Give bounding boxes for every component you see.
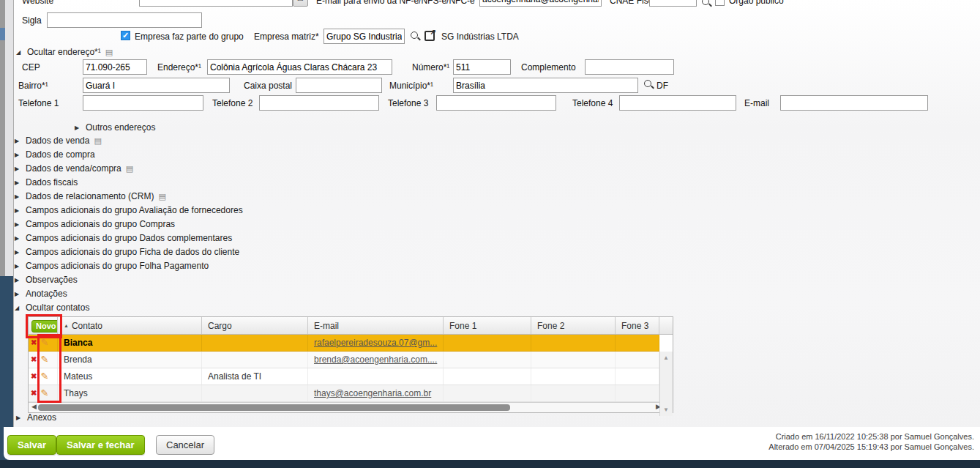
section-item-dados-venda[interactable]: ▶ Dados de venda ▤ bbox=[15, 134, 102, 147]
sigla-input[interactable] bbox=[47, 12, 202, 28]
check-icon: ✓ bbox=[122, 31, 129, 40]
telefone4-input[interactable] bbox=[619, 95, 736, 111]
complemento-input[interactable] bbox=[585, 59, 674, 75]
telefone1-input[interactable] bbox=[83, 95, 203, 111]
delete-row-icon[interactable]: ✖ bbox=[31, 352, 37, 368]
delete-row-icon[interactable]: ✖ bbox=[31, 368, 37, 385]
section-item-anotacoes[interactable]: ▶ Anotações bbox=[15, 287, 67, 300]
collapse-icon: ▶ bbox=[15, 249, 21, 256]
numero-input[interactable] bbox=[453, 59, 511, 75]
cep-input[interactable] bbox=[83, 59, 147, 75]
collapse-icon: ▶ bbox=[15, 235, 21, 242]
table-horizontal-scrollbar[interactable]: ◀ ▶ bbox=[29, 402, 673, 412]
envelope-button[interactable]: ✉ bbox=[293, 0, 308, 7]
column-label: Cargo bbox=[208, 321, 232, 331]
section-item-dados-fiscais[interactable]: ▶ Dados fiscais bbox=[15, 176, 78, 189]
search-icon[interactable] bbox=[410, 31, 420, 41]
bairro-input[interactable] bbox=[83, 78, 230, 93]
section-item-crm[interactable]: ▶ Dados de relacionamento (CRM) ▤ bbox=[15, 190, 166, 203]
section-title: Campos adicionais do grupo Avaliação de … bbox=[26, 205, 243, 215]
delete-row-icon[interactable]: ✖ bbox=[31, 385, 37, 401]
table-row[interactable]: ✖ ✎ Brenda brenda@acoengenharia.com.... bbox=[29, 352, 659, 368]
save-button[interactable]: Salvar bbox=[7, 435, 56, 455]
empresa-matriz-input[interactable] bbox=[323, 29, 405, 44]
email-link[interactable]: brenda@acoengenharia.com.... bbox=[314, 354, 437, 365]
save-close-button[interactable]: Salvar e fechar bbox=[56, 435, 145, 455]
edit-row-icon[interactable]: ✎ bbox=[40, 385, 48, 401]
telefone3-input[interactable] bbox=[436, 95, 556, 111]
cancel-button[interactable]: Cancelar bbox=[156, 435, 214, 455]
scroll-left-icon[interactable]: ◀ bbox=[31, 403, 37, 410]
section-item-dados-venda-compra[interactable]: ▶ Dados de venda/compra ▤ bbox=[15, 162, 133, 175]
section-item-folha-pagamento[interactable]: ▶ Campos adicionais do grupo Folha Pagam… bbox=[15, 259, 209, 272]
section-title: Campos adicionais do grupo Folha Pagamen… bbox=[26, 261, 209, 271]
email-link[interactable]: thays@acoengenharia.com.br bbox=[314, 388, 431, 398]
delete-row-icon[interactable]: ✖ bbox=[31, 335, 37, 351]
header-cell-actions: Novo bbox=[29, 317, 58, 334]
scroll-up-icon[interactable]: ▲ bbox=[663, 354, 669, 361]
email-input[interactable] bbox=[780, 95, 928, 111]
section-item-dados-compra[interactable]: ▶ Dados de compra bbox=[15, 148, 95, 161]
edit-row-icon[interactable]: ✎ bbox=[40, 352, 48, 368]
collapse-icon: ▶ bbox=[15, 138, 21, 144]
table-vertical-scrollbar[interactable]: ▲ ▼ bbox=[659, 352, 673, 416]
cell-contato: Thays bbox=[58, 385, 202, 401]
bairro-label: Bairro*¹ bbox=[18, 81, 48, 91]
header-cell-scroll bbox=[659, 317, 673, 334]
section-item-compras[interactable]: ▶ Campos adicionais do grupo Compras bbox=[15, 218, 175, 231]
column-header-fone1[interactable]: Fone 1 bbox=[444, 317, 531, 334]
section-item-ficha-cliente[interactable]: ▶ Campos adicionais do grupo Ficha de da… bbox=[15, 245, 239, 259]
grupo-checkbox[interactable]: ✓ bbox=[121, 31, 130, 40]
novo-button[interactable]: Novo bbox=[31, 320, 58, 333]
collapse-icon: ▶ bbox=[15, 179, 21, 186]
search-icon[interactable] bbox=[643, 79, 654, 89]
collapse-icon: ▶ bbox=[15, 263, 21, 270]
table-row[interactable]: ✖ ✎ Thays thays@acoengenharia.com.br bbox=[29, 385, 659, 402]
section-title: Dados de venda bbox=[26, 135, 89, 146]
table-row[interactable]: ✖ ✎ Mateus Analista de TI bbox=[29, 368, 659, 385]
email-link[interactable]: rafaelpereiradesouza.07@gm... bbox=[314, 338, 437, 348]
telefone2-input[interactable] bbox=[259, 95, 379, 111]
nf-email-input[interactable] bbox=[479, 0, 602, 7]
section-item-observacoes[interactable]: ▶ Observações bbox=[15, 273, 78, 286]
endereco-input[interactable] bbox=[207, 59, 392, 75]
table-row[interactable]: ✖ ✎ Bianca rafaelpereiradesouza.07@gm... bbox=[29, 335, 659, 352]
scroll-down-icon[interactable]: ▼ bbox=[663, 406, 669, 413]
edit-row-icon[interactable]: ✎ bbox=[40, 335, 48, 351]
caixa-postal-input[interactable] bbox=[296, 78, 382, 93]
cell-fone3 bbox=[616, 335, 659, 351]
collapse-icon: ▶ bbox=[15, 277, 21, 283]
website-input[interactable] bbox=[139, 0, 293, 7]
section-item-dados-complementares[interactable]: ▶ Campos adicionais do grupo Dados compl… bbox=[15, 231, 232, 245]
telefone3-label: Telefone 3 bbox=[388, 98, 428, 108]
section-anexos[interactable]: ▶ Anexos bbox=[16, 411, 56, 424]
section-header-contatos[interactable]: ◢ Ocultar contatos bbox=[15, 301, 89, 314]
cell-fone3 bbox=[616, 385, 659, 401]
section-title: Ocultar contatos bbox=[26, 302, 89, 313]
table-body: ✖ ✎ Bianca rafaelpereiradesouza.07@gm...… bbox=[29, 335, 673, 402]
orgao-publico-checkbox[interactable] bbox=[715, 0, 725, 6]
cell-cargo bbox=[202, 385, 308, 401]
left-scrollbar[interactable] bbox=[0, 0, 5, 276]
column-header-contato[interactable]: ▲ Contato bbox=[58, 317, 202, 334]
column-label: Fone 3 bbox=[621, 321, 648, 331]
column-header-cargo[interactable]: Cargo bbox=[202, 317, 308, 334]
section-title: Anotações bbox=[26, 289, 67, 299]
cnae-input[interactable] bbox=[649, 0, 697, 7]
section-item-avaliacao-fornecedores[interactable]: ▶ Campos adicionais do grupo Avaliação d… bbox=[15, 204, 243, 217]
left-scrollbar-thumb[interactable] bbox=[0, 28, 5, 40]
edit-row-icon[interactable]: ✎ bbox=[40, 368, 48, 385]
column-header-fone3[interactable]: Fone 3 bbox=[616, 317, 659, 334]
numero-label: Número*¹ bbox=[412, 62, 449, 73]
search-icon[interactable] bbox=[701, 0, 711, 7]
column-header-email[interactable]: E-mail bbox=[308, 317, 444, 334]
municipio-label: Município*¹ bbox=[389, 81, 433, 91]
section-header-endereco[interactable]: ◢ Ocultar endereço*¹ ▤ bbox=[16, 45, 113, 59]
section-outros-enderecos[interactable]: ▶ Outros endereços bbox=[75, 121, 155, 134]
cep-label: CEP bbox=[22, 62, 40, 73]
column-header-fone2[interactable]: Fone 2 bbox=[531, 317, 616, 334]
scrollbar-thumb[interactable] bbox=[38, 404, 510, 411]
municipio-input[interactable] bbox=[453, 78, 638, 93]
section-title: Dados de compra bbox=[26, 149, 95, 160]
external-link-icon[interactable]: ↗ bbox=[424, 31, 435, 41]
